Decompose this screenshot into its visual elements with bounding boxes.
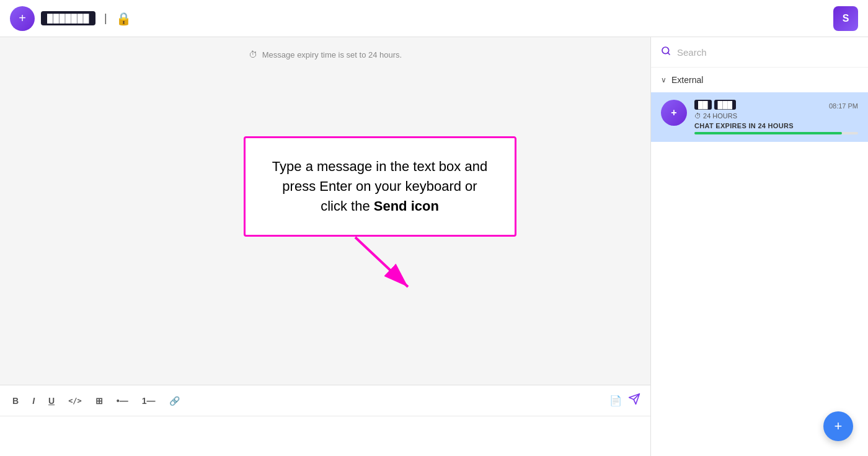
expiry-notice: ⏱ Message expiry time is set to 24 hours…: [249, 50, 402, 59]
underline-button[interactable]: U: [46, 395, 57, 407]
sidebar: ∨ External + ██ ███ 08:17 PM ⏱ 24 HOURS: [650, 37, 868, 456]
top-bar-right: S: [833, 6, 858, 31]
section-label: External: [671, 75, 703, 85]
link-button[interactable]: 🔗: [167, 395, 182, 407]
top-bar-left: + ███████ | 🔒: [10, 6, 833, 31]
fab-button[interactable]: +: [823, 411, 853, 441]
user-avatar[interactable]: S: [833, 6, 858, 31]
search-icon: [661, 46, 671, 58]
section-header-external[interactable]: ∨ External: [651, 68, 868, 92]
chat-input-area[interactable]: [0, 416, 650, 456]
chat-item-name-block: ██ ███: [694, 100, 736, 110]
chat-item-name-1: ██: [694, 100, 712, 110]
chat-expires-label: CHAT EXPIRES IN 24 HOURS: [694, 122, 858, 129]
chat-area: ⏱ Message expiry time is set to 24 hours…: [0, 37, 650, 456]
italic-button[interactable]: I: [30, 395, 37, 407]
chat-item-header: ██ ███: [694, 100, 736, 110]
svg-line-5: [668, 53, 670, 55]
chat-item-name-2: ███: [714, 100, 736, 110]
toolbar-right: 📄: [609, 393, 640, 408]
image-button[interactable]: ⊞: [93, 395, 105, 407]
callout-text: Type a message in the text box and press…: [272, 159, 487, 214]
search-bar: [651, 37, 868, 68]
chat-item-content: ██ ███ 08:17 PM ⏱ 24 HOURS CHAT EXPIRES …: [694, 100, 858, 134]
chat-bottom: B I U </> ⊞ •— 1— 🔗 📄: [0, 385, 650, 456]
avatar: +: [661, 100, 687, 126]
chat-input[interactable]: [10, 424, 640, 446]
callout-box: Type a message in the text box and press…: [244, 136, 516, 237]
progress-bar: [694, 132, 858, 134]
expiry-duration: ⏱ 24 HOURS: [694, 112, 737, 120]
bullet-button[interactable]: •—: [114, 395, 131, 407]
code-button[interactable]: </>: [66, 395, 84, 406]
contact-name: ███████: [41, 11, 95, 25]
svg-line-1: [355, 237, 408, 287]
chevron-down-icon: ∨: [661, 76, 666, 84]
chat-item-expiry: ⏱ 24 HOURS: [694, 112, 858, 120]
chat-list-item[interactable]: + ██ ███ 08:17 PM ⏱ 24 HOURS CHAT EXPIRE…: [651, 92, 868, 142]
templates-button[interactable]: 📄: [609, 395, 622, 406]
main-layout: ⏱ Message expiry time is set to 24 hours…: [0, 37, 868, 456]
clock-icon: ⏱: [249, 50, 257, 59]
callout-wrapper: Type a message in the text box and press…: [244, 136, 516, 296]
add-button[interactable]: +: [10, 6, 35, 31]
send-button[interactable]: [628, 393, 640, 408]
expiry-text: Message expiry time is set to 24 hours.: [262, 50, 402, 59]
chat-toolbar: B I U </> ⊞ •— 1— 🔗 📄: [0, 385, 650, 416]
separator: |: [104, 12, 107, 25]
search-input[interactable]: [677, 47, 858, 58]
numbered-button[interactable]: 1—: [140, 395, 158, 407]
chat-item-time: 08:17 PM: [829, 102, 858, 110]
lock-icon: 🔒: [116, 11, 131, 26]
bold-button[interactable]: B: [10, 395, 21, 407]
callout-arrow: [343, 234, 417, 296]
progress-bar-fill: [694, 132, 842, 134]
top-bar: + ███████ | 🔒 S: [0, 0, 868, 37]
